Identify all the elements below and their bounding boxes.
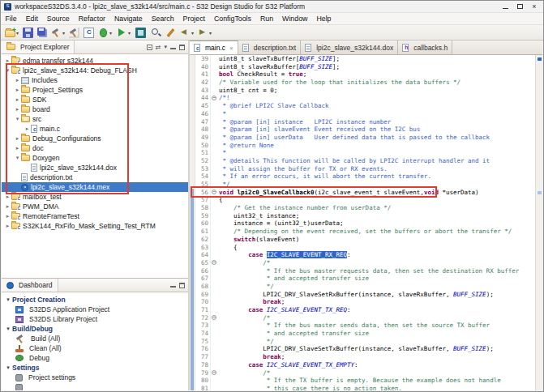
dashboard-section-settings[interactable]: ▾Settings xyxy=(4,363,188,373)
maximize-view-icon[interactable] xyxy=(179,45,185,50)
forward-button[interactable]: ▾ xyxy=(196,26,213,40)
search-button[interactable] xyxy=(149,26,163,40)
twistie-collapsed-icon[interactable]: ▸ xyxy=(14,87,21,93)
tree-item-main-c[interactable]: ▸main.c xyxy=(2,124,188,134)
menu-search[interactable]: Search xyxy=(147,15,178,23)
dashboard-item-project-settings[interactable]: Project settings xyxy=(4,373,188,382)
editor-marker-bar[interactable] xyxy=(190,55,195,390)
build-all-button[interactable] xyxy=(67,26,81,40)
menu-project[interactable]: Project xyxy=(178,15,209,23)
tab-main-c[interactable]: main.c× xyxy=(190,40,238,54)
twistie-collapsed-icon[interactable]: ▸ xyxy=(4,213,11,219)
twistie-collapsed-icon[interactable]: ▸ xyxy=(4,58,11,64)
twistie-collapsed-icon[interactable]: ▸ xyxy=(4,223,11,229)
minimize-button[interactable] xyxy=(498,2,512,12)
menu-source[interactable]: Source xyxy=(42,15,74,23)
twistie-collapsed-icon[interactable]: ▸ xyxy=(14,106,21,113)
tree-item-project-settings[interactable]: ▸Project_Settings xyxy=(2,85,188,95)
twistie-expanded-icon[interactable]: ▾ xyxy=(4,326,12,332)
minimize-dashboard-icon[interactable] xyxy=(170,283,176,288)
menu-help[interactable]: Help xyxy=(312,15,336,23)
tree-item-edma-transfer-s32k144[interactable]: ▸edma transfer s32k144 xyxy=(2,56,188,66)
tree-item-board[interactable]: ▸board xyxy=(2,104,188,114)
tab-lpi2c-slave-s32k144-dox[interactable]: lpi2c_slave_s32k144.dox xyxy=(301,40,398,54)
fold-collapse-icon[interactable]: − xyxy=(212,370,216,375)
dashboard-section-project-creation[interactable]: ▾Project Creation xyxy=(4,295,188,305)
save-all-button[interactable] xyxy=(36,26,49,40)
tab-dashboard[interactable]: Dashboard xyxy=(2,279,58,292)
close-button[interactable]: × xyxy=(527,2,542,12)
tree-item-description-txt[interactable]: description.txt xyxy=(2,173,188,182)
save-button[interactable] xyxy=(21,26,35,40)
tree-item-pwm-dma[interactable]: ▸PWM_DMA xyxy=(2,202,188,211)
twistie-expanded-icon[interactable]: ▾ xyxy=(14,116,21,122)
new-wizard-button[interactable]: ▾ xyxy=(3,26,20,40)
tree-item-lpi2c-slave-s32k144-dox[interactable]: lpi2c_slave_s32k144.dox xyxy=(2,163,188,173)
fold-collapse-icon[interactable]: − xyxy=(212,96,216,100)
maximize-button[interactable] xyxy=(512,2,527,12)
tree-item-includes[interactable]: ▸Includes xyxy=(2,75,188,85)
tree-item-doc[interactable]: ▸doc xyxy=(2,143,188,153)
tree-item-s32k144-rxfifo-mask-setting-test-rtm[interactable]: ▸S32K144_RxFifo_Mask_Setting_Test_RTM xyxy=(2,221,188,231)
menu-window[interactable]: Window xyxy=(278,15,312,23)
overview-marker[interactable] xyxy=(538,191,542,194)
minimize-view-icon[interactable] xyxy=(170,45,176,50)
twistie-collapsed-icon[interactable]: ▸ xyxy=(4,194,11,200)
debug-button[interactable]: ▾ xyxy=(96,26,114,40)
back-button[interactable]: ▾ xyxy=(178,26,195,40)
tree-item-doxygen[interactable]: ▾Doxygen xyxy=(2,153,188,163)
dashboard-item-s32ds-library-project[interactable]: S32DS Library Project xyxy=(4,314,188,324)
close-tab-icon[interactable]: × xyxy=(229,45,233,52)
dropdown-arrow-icon[interactable]: ▾ xyxy=(209,30,212,36)
twistie-collapsed-icon[interactable]: ▸ xyxy=(24,126,31,132)
tab-project-explorer[interactable]: Project Explorer xyxy=(2,40,75,53)
tree-item-remoteframetest[interactable]: ▸RemoteFrameTest xyxy=(2,211,188,221)
new-c-project-button[interactable] xyxy=(82,26,96,40)
dropdown-arrow-icon[interactable]: ▾ xyxy=(128,30,131,36)
dropdown-arrow-icon[interactable]: ▾ xyxy=(109,30,112,36)
twistie-collapsed-icon[interactable]: ▸ xyxy=(4,203,11,210)
tab-callbacks-h[interactable]: callbacks.h xyxy=(398,40,452,54)
menu-run[interactable]: Run xyxy=(255,15,277,23)
run-button[interactable]: ▾ xyxy=(114,26,132,40)
menu-file[interactable]: File xyxy=(1,15,21,23)
dashboard-item-build-all[interactable]: Build (All) xyxy=(4,334,188,343)
twistie-collapsed-icon[interactable]: ▸ xyxy=(14,96,21,103)
twistie-collapsed-icon[interactable]: ▸ xyxy=(14,135,21,142)
tree-item-sdk[interactable]: ▸SDK xyxy=(2,95,188,104)
build-button[interactable]: ▾ xyxy=(49,26,66,40)
menu-edit[interactable]: Edit xyxy=(21,15,42,23)
dashboard-item-clean-all[interactable]: Clean (All) xyxy=(4,343,188,353)
twistie-collapsed-icon[interactable]: ▸ xyxy=(14,145,21,151)
twistie-expanded-icon[interactable]: ▾ xyxy=(4,296,12,303)
twistie-expanded-icon[interactable]: ▾ xyxy=(14,155,21,161)
dashboard-section-build-debug[interactable]: ▾Build/Debug xyxy=(4,324,188,334)
menu-navigate[interactable]: Navigate xyxy=(109,15,147,23)
code-area[interactable]: uint8_t slaveTxBuffer[BUFF_SIZE];uint8_t… xyxy=(217,55,535,390)
menu-configtools[interactable]: ConfigTools xyxy=(209,15,255,23)
twistie-expanded-icon[interactable]: ▾ xyxy=(4,364,12,371)
fold-collapse-icon[interactable]: − xyxy=(212,315,216,320)
fold-collapse-icon[interactable]: − xyxy=(212,190,216,194)
tree-item-mailbox-test[interactable]: ▸mailbox_test xyxy=(2,192,188,202)
twistie-expanded-icon[interactable]: ▾ xyxy=(4,67,11,74)
menu-refactor[interactable]: Refactor xyxy=(74,15,109,23)
dashboard-item-item[interactable] xyxy=(4,382,188,390)
flash-programmer-button[interactable] xyxy=(133,26,148,40)
tree-item-lpi2c-slave-s32k144-mex[interactable]: lpi2c_slave_s32k144.mex xyxy=(2,182,188,192)
maximize-dashboard-icon[interactable] xyxy=(179,283,185,288)
collapse-all-icon[interactable] xyxy=(147,45,152,50)
tree-item-lpi2c-slave-s32k144-debug-flash[interactable]: ▾lpi2c_slave_s32k144: Debug_FLASH xyxy=(2,66,188,75)
last-edit-location-button[interactable] xyxy=(164,26,178,40)
tab-description-txt[interactable]: description.txt xyxy=(238,40,301,54)
twistie-collapsed-icon[interactable]: ▸ xyxy=(14,77,21,83)
dashboard-item-debug[interactable]: Debug xyxy=(4,353,188,363)
dropdown-arrow-icon[interactable]: ▾ xyxy=(191,30,194,36)
dashboard-item-s32ds-application-project[interactable]: S32DS Application Project xyxy=(4,305,188,314)
fold-collapse-icon[interactable]: − xyxy=(212,260,216,265)
dropdown-arrow-icon[interactable]: ▾ xyxy=(16,30,19,36)
tree-item-src[interactable]: ▾src xyxy=(2,114,188,124)
dropdown-arrow-icon[interactable]: ▾ xyxy=(62,30,65,36)
overview-marker[interactable] xyxy=(538,58,542,61)
tree-item-debug-configurations[interactable]: ▸Debug_Configurations xyxy=(2,134,188,143)
